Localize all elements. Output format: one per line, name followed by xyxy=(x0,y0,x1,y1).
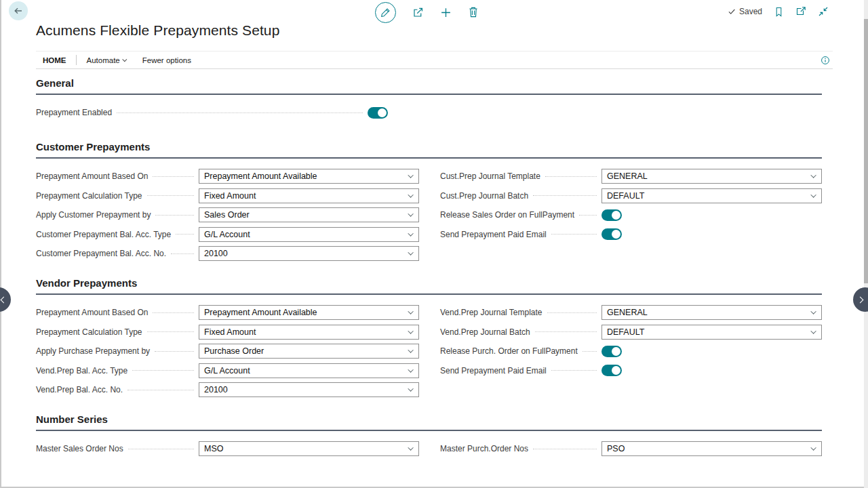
dotted-leader xyxy=(127,390,194,390)
page-action-bar xyxy=(375,1,479,24)
select-value: DEFAULT xyxy=(607,191,644,201)
collapse-button[interactable] xyxy=(818,6,829,17)
next-record-button[interactable] xyxy=(853,287,868,312)
bookmark-button[interactable] xyxy=(774,7,784,17)
vend-bal-acc-no-select[interactable]: 20100 xyxy=(199,382,419,397)
field-label: Vend.Prep Bal. Acc. No. xyxy=(36,385,123,394)
master-sales-order-nos-select[interactable]: MSO xyxy=(199,441,419,456)
vend-bal-acc-type-select[interactable]: G/L Account xyxy=(199,363,419,378)
field-label: Apply Purchase Prepayment by xyxy=(36,346,150,356)
delete-button[interactable] xyxy=(468,7,479,18)
previous-record-button[interactable] xyxy=(0,287,11,312)
vend-send-paid-email-toggle[interactable] xyxy=(601,365,622,376)
dotted-leader xyxy=(551,234,597,235)
ribbon: HOME Automate Fewer options xyxy=(36,51,833,69)
pencil-icon xyxy=(380,7,391,18)
menu-automate[interactable]: Automate xyxy=(87,56,127,64)
release-purch-order-toggle[interactable] xyxy=(601,346,622,357)
field-label: Vend.Prep Bal. Acc. Type xyxy=(36,366,127,375)
vendor-left-column: Prepayment Amount Based On Prepayment Am… xyxy=(36,303,419,400)
apply-customer-prepayment-by-select[interactable]: Sales Order xyxy=(199,207,419,222)
chevron-down-icon xyxy=(810,445,816,451)
dotted-leader xyxy=(117,113,363,113)
vend-amount-based-on-select[interactable]: Prepayment Amount Available xyxy=(199,305,419,320)
dotted-leader xyxy=(171,253,194,254)
fewer-options-button[interactable]: Fewer options xyxy=(142,56,191,64)
release-sales-order-toggle[interactable] xyxy=(601,209,622,221)
field-label: Apply Customer Prepayment by xyxy=(36,210,151,220)
collapse-icon xyxy=(818,6,829,17)
select-value: 20100 xyxy=(204,385,228,394)
dotted-leader xyxy=(583,351,597,352)
open-in-new-window-button[interactable] xyxy=(795,6,806,17)
info-button[interactable] xyxy=(821,56,830,65)
edit-button[interactable] xyxy=(375,2,396,23)
dotted-leader xyxy=(551,370,597,371)
new-button[interactable] xyxy=(440,7,452,18)
chevron-down-icon xyxy=(408,173,413,178)
chevron-down-icon xyxy=(408,211,413,217)
field-cust-journal-template: Cust.Prep Journal Template GENERAL xyxy=(440,167,822,186)
vertical-scrollbar[interactable] xyxy=(864,0,868,488)
field-vend-calculation-type: Prepayment Calculation Type Fixed Amount xyxy=(36,323,419,342)
chevron-left-icon xyxy=(1,296,7,303)
dotted-leader xyxy=(155,215,194,216)
select-value: MSO xyxy=(204,444,223,453)
field-label: Vend.Prep Journal Template xyxy=(440,308,542,317)
select-value: GENERAL xyxy=(607,171,648,181)
section-vendor-prepayments: Vendor Prepayments Prepayment Amount Bas… xyxy=(36,277,822,400)
section-title-number-series: Number Series xyxy=(36,413,822,431)
cust-journal-batch-select[interactable]: DEFAULT xyxy=(601,188,822,203)
tab-home[interactable]: HOME xyxy=(43,56,66,64)
cust-bal-acc-no-select[interactable]: 20100 xyxy=(199,246,419,261)
field-apply-purchase-prepayment-by: Apply Purchase Prepayment by Purchase Or… xyxy=(36,342,419,361)
field-label: Prepayment Calculation Type xyxy=(36,191,142,201)
cust-bal-acc-type-select[interactable]: G/L Account xyxy=(199,227,419,242)
section-general: General Prepayment Enabled xyxy=(36,77,822,123)
cust-journal-template-select[interactable]: GENERAL xyxy=(601,169,822,184)
chevron-down-icon xyxy=(408,250,413,256)
info-icon xyxy=(821,56,830,65)
dotted-leader xyxy=(128,449,194,449)
save-status-label: Saved xyxy=(739,7,762,16)
master-purch-order-nos-select[interactable]: PSO xyxy=(601,441,822,456)
dotted-leader xyxy=(147,331,194,332)
bookmark-icon xyxy=(774,7,784,17)
chevron-down-icon xyxy=(122,57,127,62)
dotted-leader xyxy=(545,176,597,177)
field-label: Prepayment Calculation Type xyxy=(36,327,142,337)
field-vend-journal-batch: Vend.Prep Journal Batch DEFAULT xyxy=(440,323,822,342)
field-master-purch-order-nos: Master Purch.Order Nos PSO xyxy=(440,439,822,459)
scrollbar-thumb[interactable] xyxy=(864,19,868,283)
chevron-down-icon xyxy=(810,328,816,333)
automate-label: Automate xyxy=(87,56,120,64)
share-button[interactable] xyxy=(412,7,424,18)
toggle-knob xyxy=(612,347,620,356)
dotted-leader xyxy=(153,176,194,177)
chevron-down-icon xyxy=(408,309,413,314)
dotted-leader xyxy=(132,370,194,371)
chevron-right-icon xyxy=(857,296,864,303)
field-vend-send-paid-email: Send Prepayment Paid Email xyxy=(440,361,822,381)
field-label: Send Prepayment Paid Email xyxy=(440,366,547,375)
chevron-down-icon xyxy=(408,192,413,197)
toggle-knob xyxy=(612,211,620,220)
vend-calculation-type-select[interactable]: Fixed Amount xyxy=(199,325,419,340)
select-value: PSO xyxy=(607,444,625,453)
back-button[interactable] xyxy=(9,1,28,20)
field-label: Prepayment Amount Based On xyxy=(36,308,148,317)
prepayment-enabled-toggle[interactable] xyxy=(368,107,388,119)
cust-calculation-type-select[interactable]: Fixed Amount xyxy=(199,188,419,203)
field-label: Release Sales Order on FullPayment xyxy=(440,210,574,220)
cust-amount-based-on-select[interactable]: Prepayment Amount Available xyxy=(199,169,419,184)
field-label: Master Sales Order Nos xyxy=(36,444,123,453)
field-release-sales-order: Release Sales Order on FullPayment xyxy=(440,205,822,225)
toggle-knob xyxy=(612,366,620,375)
field-cust-bal-acc-no: Customer Prepayment Bal. Acc. No. 20100 xyxy=(36,244,419,264)
vend-journal-template-select[interactable]: GENERAL xyxy=(601,305,822,320)
apply-purchase-prepayment-by-select[interactable]: Purchase Order xyxy=(199,344,419,359)
check-icon xyxy=(728,7,736,16)
section-title-general: General xyxy=(36,77,822,95)
vend-journal-batch-select[interactable]: DEFAULT xyxy=(601,325,822,340)
cust-send-paid-email-toggle[interactable] xyxy=(601,228,622,240)
